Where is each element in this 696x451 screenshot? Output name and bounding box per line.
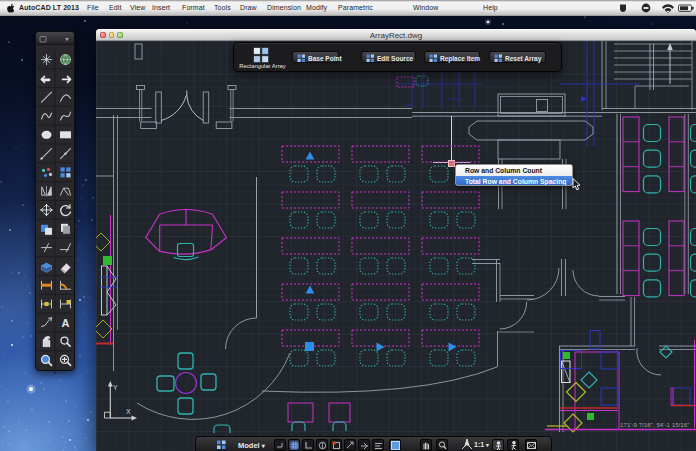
svg-text:Y: Y <box>113 384 118 391</box>
svg-text:A: A <box>62 317 70 329</box>
svg-text:171'-9 7/16", 54'-1 15/16": 171'-9 7/16", 54'-1 15/16" <box>620 421 689 428</box>
svg-text:X: X <box>126 408 131 415</box>
